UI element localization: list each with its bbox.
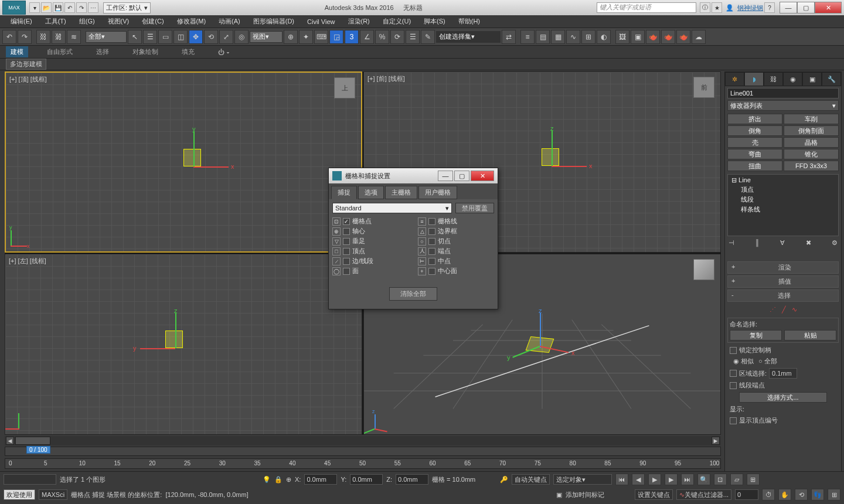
remove-mod-icon[interactable]: ✖: [806, 239, 811, 247]
menu-tools[interactable]: 工具(T): [39, 16, 72, 27]
select-by-button[interactable]: 选择方式...: [739, 392, 827, 403]
percent-snap-icon[interactable]: %: [375, 30, 389, 44]
area-sel-value[interactable]: 0.1mm: [769, 368, 797, 379]
z-field[interactable]: 0.0mm: [396, 474, 428, 485]
nav-orbit-icon[interactable]: ⟲: [795, 489, 808, 500]
undo-icon[interactable]: ↶: [2, 30, 16, 44]
nav-zoomext-icon[interactable]: ⊞: [747, 474, 760, 485]
keyfilter-button[interactable]: ∿ 关键点过滤器...: [676, 489, 731, 500]
mod-twist[interactable]: 扭曲: [727, 161, 782, 171]
show-result-icon[interactable]: ║: [755, 239, 760, 247]
curve-editor-icon[interactable]: ∿: [566, 30, 580, 44]
cp-tab-motion[interactable]: ◉: [783, 72, 802, 86]
mod-lathe[interactable]: 车削: [784, 114, 839, 124]
subobj-vertex-icon[interactable]: ⋰: [770, 306, 776, 314]
timetag-icon[interactable]: ▣: [556, 491, 562, 499]
menu-rendering[interactable]: 渲染(R): [342, 16, 376, 27]
viewport-left-label[interactable]: [+] [左] [线框]: [9, 257, 46, 265]
keymode-combo[interactable]: 选定对象 ▾: [553, 474, 612, 485]
centerface-checkbox[interactable]: [428, 268, 435, 275]
qat-redo-icon[interactable]: ↷: [76, 2, 87, 13]
mod-ffd[interactable]: FFD 3x3x3: [784, 161, 839, 171]
mod-lattice[interactable]: 晶格: [784, 137, 839, 148]
mod-taper[interactable]: 锥化: [784, 149, 839, 159]
subobj-segment-icon[interactable]: ╱: [782, 306, 786, 314]
current-frame-field[interactable]: 0: [735, 489, 758, 500]
viewport-top-label[interactable]: [+] [顶] [线框]: [9, 75, 47, 84]
unlink-icon[interactable]: ⛓̸: [52, 30, 66, 44]
setkey-button[interactable]: 设置关键点: [635, 489, 673, 500]
copy-button[interactable]: 复制: [730, 330, 782, 340]
qat-new-icon[interactable]: ▾: [29, 2, 40, 13]
goto-end-icon[interactable]: ⏭: [681, 474, 694, 485]
bbox-checkbox[interactable]: [428, 228, 435, 235]
render-setup-icon[interactable]: 🖼: [615, 30, 629, 44]
lock-handles-checkbox[interactable]: [730, 347, 737, 354]
move-icon[interactable]: ✥: [189, 30, 203, 44]
signin-icon[interactable]: ★: [712, 2, 722, 13]
timeline-thumb[interactable]: [15, 437, 50, 445]
ribbon-tab-freeform[interactable]: 自由形式: [42, 46, 77, 57]
render-iter-icon[interactable]: 🫖: [661, 30, 675, 44]
next-frame-icon[interactable]: ▶: [665, 474, 678, 485]
named-selection[interactable]: 创建选择集 ▾: [436, 31, 501, 43]
qat-save-icon[interactable]: 💾: [53, 2, 63, 13]
render-prod-icon[interactable]: 🫖: [646, 30, 660, 44]
make-unique-icon[interactable]: ∀: [780, 239, 785, 247]
select-rect-icon[interactable]: ▭: [158, 30, 172, 44]
infocenter-icon[interactable]: ⓘ: [700, 2, 710, 13]
rotate-icon[interactable]: ⟲: [204, 30, 218, 44]
rollout-interp[interactable]: +插值: [727, 275, 839, 288]
layers-icon[interactable]: ▤: [536, 30, 550, 44]
play-icon[interactable]: ▶: [648, 474, 661, 485]
cp-tab-create[interactable]: ✲: [725, 72, 744, 86]
minimize-button[interactable]: —: [780, 2, 797, 13]
menu-help[interactable]: 帮助(H): [452, 16, 486, 27]
render-frame-icon[interactable]: ▣: [631, 30, 645, 44]
nav-maxtoggle-icon[interactable]: ⊞: [828, 489, 840, 500]
viewport-top[interactable]: [+] [顶] [线框] 上 y x y x: [5, 71, 362, 253]
tangent-checkbox[interactable]: [428, 238, 435, 245]
schematic-icon[interactable]: ⊞: [581, 30, 595, 44]
select-name-icon[interactable]: ☰: [143, 30, 157, 44]
radio-all[interactable]: ○ 全部: [758, 357, 777, 366]
nav-pan-icon[interactable]: ✋: [778, 489, 791, 500]
viewcube-persp[interactable]: [693, 259, 714, 280]
link-icon[interactable]: ⛓: [36, 30, 50, 44]
menu-modifiers[interactable]: 修改器(M): [171, 16, 212, 27]
y-field[interactable]: 0.0mm: [350, 474, 383, 485]
configure-icon[interactable]: ⚙: [832, 239, 838, 247]
rollout-selection[interactable]: -选择: [727, 290, 839, 302]
named-sel-edit-icon[interactable]: ✎: [421, 30, 435, 44]
pin-stack-icon[interactable]: ⊣: [729, 239, 734, 247]
dialog-tab-homegrid[interactable]: 主栅格: [385, 186, 417, 199]
ribbon-tab-populate[interactable]: 填充: [177, 46, 199, 57]
lock-icon[interactable]: 🔒: [274, 476, 283, 483]
isolate-icon[interactable]: 💡: [263, 476, 271, 483]
dialog-tab-snaps[interactable]: 捕捉: [331, 186, 357, 199]
prev-frame-icon[interactable]: ◀: [632, 474, 645, 485]
edge-checkbox[interactable]: [343, 258, 350, 265]
render-online-icon[interactable]: ☁: [692, 30, 706, 44]
ref-coord[interactable]: 视图 ▾: [250, 31, 283, 43]
app-logo[interactable]: MAX: [2, 1, 26, 15]
modifier-stack[interactable]: ⊟ Line 顶点 线段 样条线: [727, 174, 839, 236]
x-field[interactable]: 0.0mm: [304, 474, 337, 485]
stack-segment[interactable]: 线段: [729, 195, 837, 205]
align-icon[interactable]: ≡: [520, 30, 535, 44]
scale-icon[interactable]: ⤢: [219, 30, 233, 44]
selection-filter[interactable]: 全部 ▾: [86, 31, 127, 43]
mod-shell[interactable]: 壳: [727, 137, 782, 148]
dialog-titlebar[interactable]: 栅格和捕捉设置 — ▢ ✕: [329, 168, 498, 183]
mirror-icon[interactable]: ⇄: [502, 30, 516, 44]
stack-vertex[interactable]: 顶点: [729, 185, 837, 195]
mod-bend[interactable]: 弯曲: [727, 149, 782, 159]
mod-bevelprofile[interactable]: 倒角剖面: [784, 125, 839, 136]
maxscript-label[interactable]: MAXSci: [39, 489, 67, 500]
workspace-selector[interactable]: 工作区: 默认 ▾: [103, 2, 151, 13]
menu-view[interactable]: 视图(V): [102, 16, 135, 27]
time-slider[interactable]: 0 / 100: [5, 447, 721, 456]
timeline-right-icon[interactable]: ►: [712, 437, 720, 445]
area-sel-checkbox[interactable]: [730, 370, 737, 377]
ribbon-tab-modeling[interactable]: 建模: [6, 46, 28, 57]
